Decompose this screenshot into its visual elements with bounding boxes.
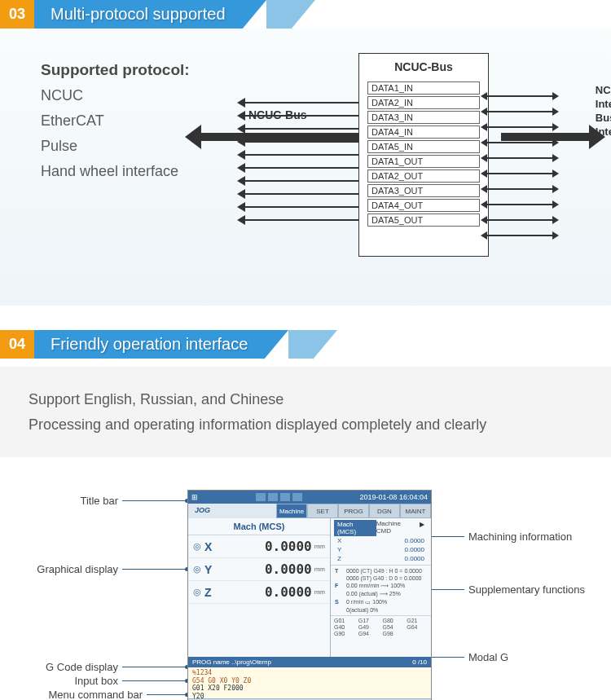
arrow-right-icon — [501, 133, 591, 141]
callout-title-bar: Title bar — [12, 495, 118, 507]
datetime: 2019-01-08 16:04:04 — [359, 493, 428, 501]
bus-diagram: NCUC-Bus NCUC-Bus DATA1_IN DATA2_IN DATA… — [261, 61, 587, 265]
callout-line — [122, 569, 187, 570]
protocol-list: Supported protocol: NCUC EtherCAT Pulse … — [41, 61, 244, 188]
axis-value: 0.0000 — [221, 584, 312, 600]
s-label: S — [335, 599, 343, 605]
section04-header: 04 Friendly operation interface — [0, 330, 611, 359]
axis-row-y: ◎ Y 0.0000 mm — [188, 558, 330, 581]
data-line: DATA1_OUT — [367, 155, 480, 168]
data-line: DATA1_IN — [367, 81, 480, 95]
protocol-section: Supported protocol: NCUC EtherCAT Pulse … — [0, 29, 611, 306]
data-line: DATA4_OUT — [367, 199, 480, 212]
mcs-title: Mach (MCS) — [188, 518, 330, 535]
data-arrows-left — [244, 102, 367, 232]
data-line: DATA5_OUT — [367, 214, 480, 227]
axis-name: Y — [204, 563, 221, 576]
t-row2: 0000 (ST) G40 : D 0 = 0.0000 — [346, 575, 421, 581]
r-val: 0.0000 — [405, 555, 424, 562]
axis-value: 0.0000 — [221, 561, 312, 577]
prog-count: 0 /10 — [412, 658, 427, 666]
machining-info: Mach (MCS)Machine CMD▶ X0.0000 Y0.0000 Z… — [331, 518, 431, 566]
gcode-line: %1234 — [192, 669, 427, 677]
f-row2: 0.00 (actual) ⟿ 25% — [346, 591, 401, 597]
data-arrows-right — [487, 95, 552, 250]
modal-g-item: G94 — [358, 631, 380, 636]
section03-header: 03 Multi-protocol supported — [0, 0, 611, 29]
tab-prog[interactable]: PROG — [338, 504, 369, 518]
modal-g-item: G98 — [383, 631, 404, 636]
callout-mach-info: Machining information — [468, 531, 572, 543]
modal-g-item: G49 — [358, 624, 380, 630]
callout-supp-func: Supplementary functions — [468, 583, 585, 596]
title-icons — [256, 493, 302, 501]
r-axis: X — [337, 537, 341, 544]
supplementary-functions: T0000 (CT) G49 : H 0 = 0.0000 0000 (ST) … — [331, 566, 431, 616]
logo-icon: ⊞ — [191, 493, 198, 501]
callout-gcode: G Code display — [12, 661, 118, 673]
tab-dgn[interactable]: DGN — [369, 504, 400, 518]
t-row1: 0000 (CT) G49 : H 0 = 0.0000 — [346, 568, 422, 574]
program-header: PROG name ..\prog\Otemp 0 /10 — [188, 657, 431, 667]
mode-label: JOG — [188, 504, 276, 518]
data-line: DATA5_IN — [367, 140, 480, 153]
right-hdr1: Mach (MCS) — [334, 520, 376, 536]
gcode-line: G54 G0 X0 Y0 Z0 — [192, 677, 427, 685]
callout-graphical: Graphical display — [12, 563, 118, 575]
s-row1: 0 r/min ▭ 100% — [346, 599, 387, 605]
callout-input: Input box — [12, 675, 118, 687]
callout-line — [122, 500, 187, 501]
protocol-item: Hand wheel interface — [41, 163, 244, 180]
gcode-display: %1234 G54 G0 X0 Y0 Z0 G01 X20 F2000 Y20 … — [188, 667, 431, 698]
callout-modal-g: Modal G — [468, 651, 508, 663]
tab-machine[interactable]: Machine — [276, 504, 307, 518]
cnc-annotated-figure: Title bar Graphical display G Code displ… — [12, 490, 599, 700]
bus-box-title: NCUC-Bus — [359, 54, 488, 80]
cnc-body: Mach (MCS) ◎ X 0.0000 mm ◎ Y 0.0000 mm ◎… — [188, 518, 431, 657]
modal-g-item: G21 — [407, 618, 428, 623]
r-axis: Z — [337, 555, 341, 562]
modal-g-item: G80 — [383, 618, 404, 623]
modal-g-item: G17 — [358, 618, 380, 623]
modal-g-item: G40 — [334, 624, 355, 630]
t-label: T — [335, 568, 343, 574]
callout-menucmd: Menu command bar — [12, 689, 143, 700]
modal-g-item: G64 — [407, 624, 428, 630]
section04-number: 04 — [0, 330, 34, 359]
data-line: DATA3_OUT — [367, 184, 480, 197]
decorative-angle — [266, 0, 291, 29]
s-row2: 0(actual) 0% — [346, 607, 378, 613]
protocol-item: EtherCAT — [41, 112, 244, 130]
tab-maint[interactable]: MAINT — [400, 504, 431, 518]
modal-g-item: G54 — [383, 624, 404, 630]
bus-box: NCUC-Bus DATA1_IN DATA2_IN DATA3_IN DATA… — [358, 53, 489, 257]
cnc-tabs-row: JOG Machine SET PROG DGN MAINT — [188, 504, 431, 518]
right-hdr2: Machine CMD — [376, 520, 416, 536]
cnc-screen: ⊞ 2019-01-08 16:04:04 JOG Machine SET PR… — [187, 490, 432, 700]
cnc-title-bar: ⊞ 2019-01-08 16:04:04 — [188, 491, 431, 504]
axis-unit: mm — [314, 543, 325, 550]
gcode-line: G01 X20 F2000 — [192, 685, 427, 693]
callout-line — [147, 694, 187, 695]
f-label: F — [335, 583, 343, 589]
protocol-heading: Supported protocol: — [41, 61, 244, 79]
target-icon: ◎ — [193, 541, 201, 552]
axis-value: 0.0000 — [221, 539, 312, 554]
info-line: Processing and operating information dis… — [29, 412, 582, 438]
modal-g-grid: G01 G17 G80 G21 G40 G49 G54 G64 G90 G94 … — [331, 616, 431, 638]
data-line: DATA2_OUT — [367, 169, 480, 183]
section04-info: Support English, Russian, and Chinese Pr… — [0, 367, 611, 457]
target-icon: ◎ — [193, 564, 201, 575]
prog-name: PROG name ..\prog\Otemp — [192, 658, 271, 666]
axis-name: Z — [204, 586, 221, 599]
axis-row-x: ◎ X 0.0000 mm — [188, 535, 330, 558]
data-line: DATA4_IN — [367, 125, 480, 139]
bus-right-label: NCUC Internal Bus Interface — [596, 84, 611, 139]
modal-g-item — [407, 631, 428, 636]
tab-set[interactable]: SET — [307, 504, 338, 518]
cnc-left-panel: Mach (MCS) ◎ X 0.0000 mm ◎ Y 0.0000 mm ◎… — [188, 518, 331, 657]
play-icon: ▶ — [416, 520, 428, 536]
callout-line — [122, 667, 187, 667]
r-val: 0.0000 — [405, 546, 424, 553]
axis-unit: mm — [314, 566, 325, 573]
